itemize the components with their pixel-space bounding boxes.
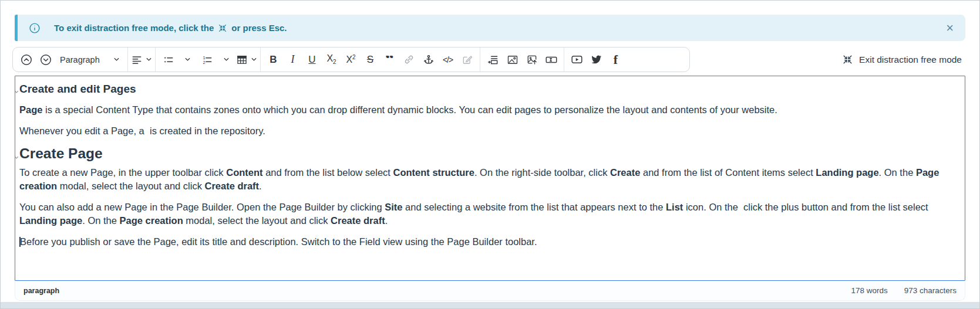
banner-close-button[interactable]: × [946, 22, 954, 35]
subscript-icon: X2 [326, 53, 336, 65]
table-icon [236, 54, 248, 66]
anchor-button[interactable] [419, 49, 438, 70]
underline-button[interactable]: U [302, 49, 322, 70]
bold-icon: B [270, 54, 277, 66]
chevron-down-icon [251, 56, 257, 63]
insert-block-icon [487, 54, 499, 66]
source-editing-button[interactable] [457, 49, 477, 70]
chevron-down-icon [146, 56, 152, 63]
banner-message-after: or press Esc. [231, 23, 287, 33]
blockquote-icon: “ [385, 56, 394, 64]
facebook-icon: f [614, 52, 618, 67]
paragraph[interactable]: Page is a special Content Type that cont… [19, 103, 960, 117]
italic-icon: I [291, 53, 295, 66]
document-counters: 178 words 973 characters [851, 286, 957, 295]
paragraph[interactable]: You can also add a new Page in the Page … [19, 201, 960, 227]
toolbar-separator [155, 47, 156, 72]
bulleted-list-icon [163, 54, 174, 66]
bulleted-list-dropdown[interactable] [178, 49, 197, 70]
compress-icon [842, 54, 853, 65]
exit-mode-banner: To exit distraction free mode, click the… [15, 15, 965, 41]
insert-table-dropdown[interactable] [236, 49, 257, 70]
paragraph[interactable]: Whenever you edit a Page, a is created i… [19, 124, 960, 138]
link-button[interactable] [399, 49, 419, 70]
strikethrough-button[interactable]: S [361, 49, 380, 70]
blockquote-button[interactable]: “ [380, 49, 399, 70]
chevron-down-circle-icon [39, 53, 52, 66]
word-count: 178 words [851, 286, 887, 295]
numbered-list-dropdown[interactable] [217, 49, 236, 70]
insert-block-button[interactable] [483, 49, 503, 70]
twitter-icon [590, 53, 602, 66]
text-field-button[interactable] [541, 49, 561, 70]
heading-widget-marker-icon [15, 147, 19, 164]
paragraph[interactable]: Before you publish or save the Page, edi… [19, 235, 960, 249]
svg-text:2: 2 [203, 59, 205, 64]
heading-create-page[interactable]: Create Page [19, 145, 960, 162]
numbered-list-button[interactable]: 1 2 [197, 49, 217, 70]
chevron-down-icon [113, 56, 120, 63]
paragraph[interactable]: To create a new Page, in the upper toolb… [19, 166, 960, 193]
link-icon [403, 53, 415, 66]
code-icon: </> [443, 55, 453, 64]
chevron-down-icon [223, 56, 230, 63]
toolbar-separator [564, 47, 564, 72]
editor-content-area[interactable]: Create and edit Pages Page is a special … [15, 76, 965, 281]
chevron-up-circle-icon [20, 53, 33, 66]
distraction-free-editor-page: To exit distraction free mode, click the… [0, 0, 980, 309]
upload-image-button[interactable] [522, 49, 541, 70]
character-count: 973 characters [904, 286, 957, 295]
heading-create-and-edit-pages[interactable]: Create and edit Pages [19, 82, 960, 96]
image-upload-icon [526, 54, 538, 66]
toolbar-separator [480, 47, 480, 72]
bulleted-list-button[interactable] [159, 49, 178, 70]
chevron-down-icon [184, 56, 191, 63]
info-icon [28, 22, 41, 35]
numbered-list-icon: 1 2 [201, 54, 213, 66]
bold-button[interactable]: B [264, 49, 283, 70]
exit-distraction-free-button[interactable]: Exit distraction free mode [842, 47, 962, 72]
move-up-button[interactable] [16, 49, 36, 70]
heading-widget-marker-icon [15, 84, 19, 97]
toolbar-separator [127, 47, 128, 72]
superscript-icon: X2 [346, 54, 355, 65]
compress-icon [218, 23, 227, 33]
move-down-button[interactable] [36, 49, 55, 70]
code-button[interactable]: </> [438, 49, 457, 70]
superscript-button[interactable]: X2 [341, 49, 361, 70]
image-icon [507, 54, 518, 66]
banner-message-before: To exit distraction free mode, click the [54, 23, 214, 33]
editor-toolbar: Paragraph 1 2 [12, 47, 690, 72]
editor-status-bar: paragraph 178 words 973 characters [15, 281, 965, 301]
embed-youtube-button[interactable] [567, 49, 587, 70]
exit-distraction-free-label: Exit distraction free mode [859, 55, 962, 65]
embed-twitter-button[interactable] [587, 49, 606, 70]
align-left-icon [131, 54, 143, 66]
anchor-icon [423, 54, 435, 66]
embed-facebook-button[interactable]: f [606, 49, 625, 70]
text-field-icon [545, 53, 558, 66]
paragraph-style-label: Paragraph [60, 55, 100, 64]
insert-image-button[interactable] [503, 49, 522, 70]
youtube-icon [571, 53, 583, 66]
page-bottom-strip [1, 302, 979, 308]
toolbar-separator [260, 47, 261, 72]
banner-message: To exit distraction free mode, click the… [54, 23, 287, 33]
text-alignment-dropdown[interactable] [131, 49, 152, 70]
current-block-type: paragraph [23, 287, 59, 295]
paragraph-style-dropdown[interactable]: Paragraph [55, 49, 124, 70]
underline-icon: U [308, 54, 315, 66]
edit-source-icon [462, 54, 473, 66]
italic-button[interactable]: I [283, 49, 302, 70]
strikethrough-icon: S [367, 54, 373, 66]
subscript-button[interactable]: X2 [322, 49, 341, 70]
